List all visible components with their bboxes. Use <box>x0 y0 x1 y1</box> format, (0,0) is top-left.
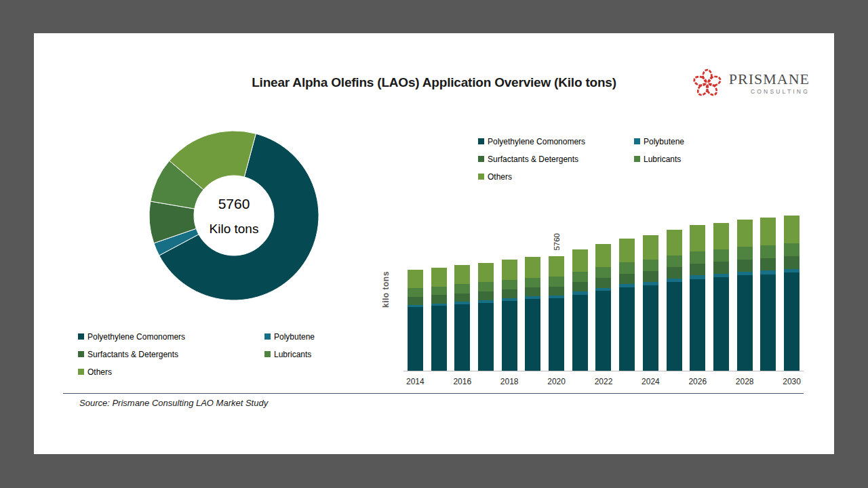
legend-label: Polyethylene Comonomers <box>87 332 185 342</box>
legend-swatch-icon <box>634 138 640 144</box>
bar-segment <box>619 287 635 371</box>
bar-segment <box>549 256 564 277</box>
bar-segment <box>667 267 682 279</box>
x-tick-label <box>757 377 781 386</box>
logo-text: PRISMANE CONSULTING <box>726 72 810 95</box>
legend-swatch-icon <box>78 369 84 375</box>
bar-segment <box>595 278 611 288</box>
x-tick-label: 2020 <box>545 377 568 386</box>
bar-slot-2024 <box>639 211 663 371</box>
legend-swatch-icon <box>78 351 84 357</box>
bar-slot-2023 <box>615 211 639 371</box>
bar-segment <box>737 275 753 371</box>
legend-item: Surfactants & Detergents <box>478 154 634 164</box>
bar-segment <box>549 298 564 371</box>
bar-slot-2022 <box>592 211 616 371</box>
stacked-bar-2021 <box>572 249 588 371</box>
bar-slot-2014 <box>403 211 427 371</box>
bar-segment <box>525 299 540 371</box>
stacked-bar-2017 <box>478 263 494 371</box>
legend-label: Polybutene <box>644 137 684 146</box>
prismane-flower-icon <box>693 68 722 98</box>
bar-segment <box>760 245 776 258</box>
x-tick-label <box>615 377 639 386</box>
bar-slot-2025 <box>663 211 686 371</box>
bar-slot-2027 <box>709 211 733 371</box>
bar-slot-2018 <box>498 211 521 371</box>
bar-segment <box>478 291 494 300</box>
bar-segment <box>408 288 423 297</box>
y-axis-label: kilo tons <box>381 233 391 308</box>
x-tick-label: 2026 <box>686 377 709 386</box>
donut-chart: 5760 Kilo tons <box>147 129 321 302</box>
bar-segment <box>454 265 470 284</box>
bar-segment <box>784 272 800 371</box>
x-tick-label: 2022 <box>592 377 616 386</box>
legend-label: Surfactants & Detergents <box>87 350 178 359</box>
bar-segment <box>478 282 494 291</box>
stacked-bar-2019 <box>525 257 540 371</box>
bar-segment <box>454 293 470 302</box>
bar-slot-2016 <box>450 211 474 371</box>
bar-plot-area: 5760 <box>403 211 804 371</box>
donut-total-unit: Kilo tons <box>210 222 259 235</box>
x-tick-label <box>474 377 498 386</box>
legend-item: Others <box>78 367 264 377</box>
stacked-bar-2014 <box>408 270 423 371</box>
logo-petal-icon <box>693 75 707 87</box>
bar-segment <box>619 274 635 285</box>
x-tick-label: 2024 <box>639 377 663 386</box>
legend-label: Polyethylene Comonomers <box>488 137 585 146</box>
bar-slot-2026 <box>686 211 709 371</box>
stacked-bar-2024 <box>643 235 658 371</box>
stacked-bar-2030 <box>784 216 800 371</box>
legend-swatch-icon <box>478 174 484 180</box>
stacked-bar-2025 <box>667 230 682 371</box>
bar-slot-2015 <box>427 211 451 371</box>
stacked-bar-2016 <box>454 265 470 371</box>
x-tick-label: 2030 <box>780 377 804 386</box>
x-tick-label <box>521 377 545 386</box>
bar-segment <box>478 303 494 371</box>
bar-segment <box>525 278 540 287</box>
legend-label: Others <box>87 367 112 377</box>
legend-swatch-icon <box>478 138 484 144</box>
donut-center-label: 5760 Kilo tons <box>210 197 259 235</box>
bar-segment <box>643 285 658 371</box>
bar-segment <box>690 279 705 371</box>
stacked-bar-2022 <box>595 244 611 371</box>
x-tick-label: 2016 <box>450 377 474 386</box>
bar-segment <box>643 260 658 271</box>
slide: Linear Alpha Olefins (LAOs) Application … <box>34 33 834 454</box>
x-tick-label: 2028 <box>733 377 757 386</box>
bar-slot-2020: 5760 <box>545 211 568 371</box>
bar-segment <box>667 256 682 268</box>
bar-segment <box>713 277 729 371</box>
bar-segment <box>502 289 517 298</box>
bar-segment <box>667 230 682 255</box>
logo-petal-icon <box>703 70 712 82</box>
bar-segment <box>431 287 447 296</box>
source-note: Source: Prismane Consulting LAO Market S… <box>79 398 268 408</box>
legend-swatch-icon <box>264 351 271 357</box>
bar-slot-2028 <box>733 211 757 371</box>
bar-segment <box>408 307 423 371</box>
legend-swatch-icon <box>634 156 640 162</box>
page-background: Linear Alpha Olefins (LAOs) Application … <box>0 0 868 488</box>
stacked-bar-2029 <box>760 218 776 371</box>
stacked-bar-chart: 5760 20142016201820202022202420262028203… <box>403 211 804 386</box>
bar-segment <box>595 267 611 278</box>
bar-segment <box>690 225 705 251</box>
stacked-bar-2026 <box>690 225 705 371</box>
bar-slot-2030 <box>780 211 804 371</box>
legend-item: Surfactants & Detergents <box>78 349 264 359</box>
bar-segment <box>549 287 564 296</box>
legend-label: Lubricants <box>274 350 311 359</box>
x-tick-label <box>709 377 733 386</box>
stacked-bar-2027 <box>713 223 729 371</box>
stacked-bar-2018 <box>502 260 517 371</box>
bar-segment <box>760 218 776 245</box>
bar-segment <box>572 295 588 371</box>
prismane-logo: PRISMANE CONSULTING <box>693 68 810 98</box>
legend-swatch-icon <box>264 333 271 340</box>
